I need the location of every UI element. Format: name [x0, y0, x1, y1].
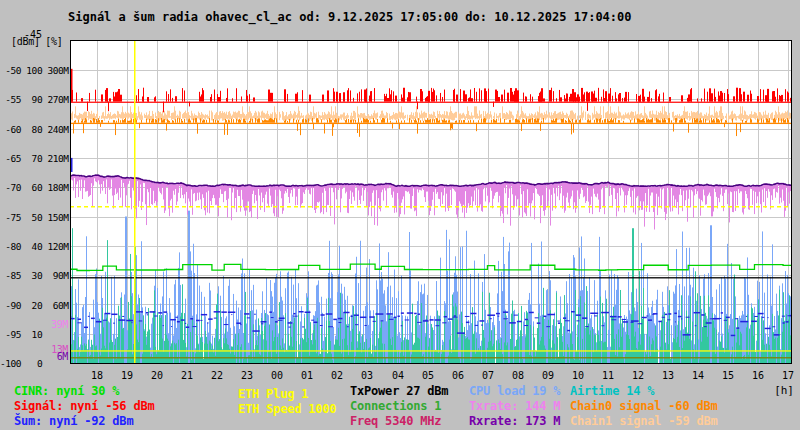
legend-item: TxPower 27 dBm	[350, 384, 448, 398]
x-axis-unit-label: [h]	[766, 384, 794, 397]
x-axis-tick: 19	[117, 370, 137, 381]
x-axis-tick: 20	[147, 370, 167, 381]
x-axis-tick: 16	[748, 370, 768, 381]
x-axis-tick: 14	[688, 370, 708, 381]
x-axis-tick: 23	[237, 370, 257, 381]
y-axis-row: -90 20 60M	[0, 300, 68, 311]
y-axis-row: -70 60 180M	[0, 182, 68, 193]
x-axis-tick: 10	[568, 370, 588, 381]
legend-item: Šum: nyní -92 dBm	[14, 414, 133, 428]
y-axis-row: -85 30 90M	[0, 270, 68, 281]
y-axis-row: -65 70 210M	[0, 153, 68, 164]
rate-marker-label: 39M	[0, 319, 68, 330]
legend-item: Chain0 signal -60 dBm	[570, 399, 718, 413]
x-axis-tick: 18	[87, 370, 107, 381]
y-axis-unit-header: [dBm] [%]	[11, 36, 63, 47]
legend-item: Airtime 14 %	[570, 384, 654, 398]
x-axis-tick: 12	[628, 370, 648, 381]
legend-item: Rxrate: 173 M	[469, 414, 560, 428]
x-axis-tick: 22	[207, 370, 227, 381]
x-axis-tick: 21	[177, 370, 197, 381]
x-axis-tick: 06	[448, 370, 468, 381]
x-axis-tick: 00	[267, 370, 287, 381]
x-axis-tick: 02	[327, 370, 347, 381]
legend-item: Freq 5340 MHz	[350, 414, 441, 428]
x-axis-tick: 01	[297, 370, 317, 381]
x-axis-tick: 11	[598, 370, 618, 381]
x-axis-tick: 17	[778, 370, 798, 381]
x-axis-tick: 15	[718, 370, 738, 381]
legend-item: CPU load 19 %	[469, 384, 560, 398]
x-axis-tick: 09	[538, 370, 558, 381]
x-axis-tick: 04	[388, 370, 408, 381]
y-axis-row: -50 100 300M	[0, 65, 68, 76]
y-axis-row: -60 80 240M	[0, 124, 68, 135]
y-axis-row: -80 40 120M	[0, 241, 68, 252]
signal-noise-chart	[70, 40, 792, 364]
x-axis-tick: 03	[357, 370, 377, 381]
legend-item: Signál: nyní -56 dBm	[14, 399, 155, 413]
signal-noise-graph-page: Signál a šum radia ohavec_cl_ac od: 9.12…	[0, 0, 800, 430]
legend-item: Txrate: 144 M	[469, 399, 560, 413]
legend-item: CINR: nyní 30 %	[14, 384, 119, 398]
x-axis-tick: 08	[508, 370, 528, 381]
legend-item: ETH Plug 1	[238, 387, 308, 401]
x-axis-tick: 13	[658, 370, 678, 381]
x-axis-tick: 07	[478, 370, 498, 381]
rate-marker-label: 6M	[0, 351, 68, 362]
legend-item: Connections 1	[350, 399, 441, 413]
y-axis-row: -55 90 270M	[0, 94, 68, 105]
graph-title: Signál a šum radia ohavec_cl_ac od: 9.12…	[68, 10, 632, 24]
x-axis-tick: 05	[418, 370, 438, 381]
y-axis-row: -75 50 150M	[0, 212, 68, 223]
legend-item: ETH Speed 1000	[238, 402, 336, 416]
legend-item: Chain1 signal -59 dBm	[570, 414, 718, 428]
y-axis-row: -95 10	[0, 329, 68, 340]
